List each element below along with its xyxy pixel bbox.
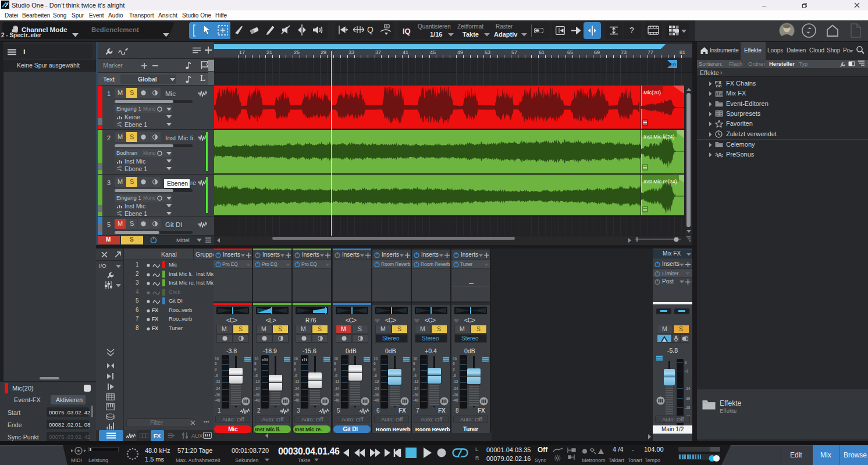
svg-text:lb: lb	[386, 24, 388, 28]
svg-text:FX: FX	[715, 80, 722, 86]
svg-text:En: En	[670, 62, 676, 68]
